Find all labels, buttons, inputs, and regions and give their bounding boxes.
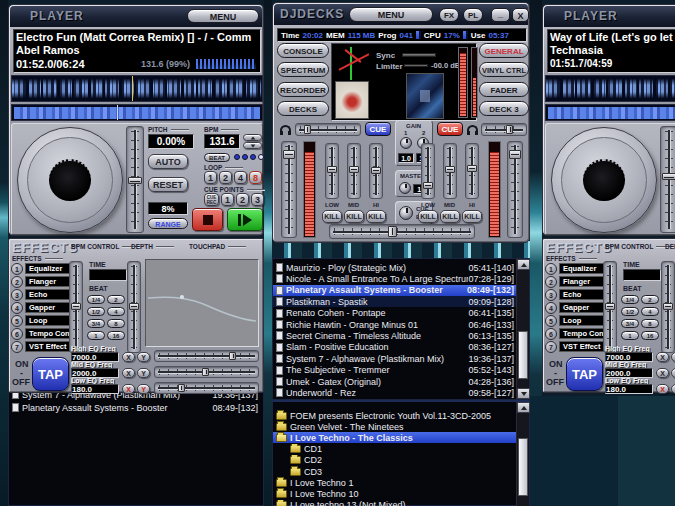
- crossfader[interactable]: [329, 224, 475, 239]
- headphone-mix-slider-left[interactable]: [295, 123, 361, 136]
- effect-6-button[interactable]: 6: [545, 328, 557, 340]
- playlist-row[interactable]: Richie Hawtin - Orange Minus 0106:46-[13…: [273, 319, 517, 330]
- general-button[interactable]: GENERAL: [479, 43, 529, 58]
- scroll-up-button[interactable]: [517, 402, 530, 413]
- browser-row[interactable]: CD1: [273, 444, 517, 455]
- console-button[interactable]: CONSOLE: [277, 43, 329, 58]
- player-right-titlebar[interactable]: PLAYER: [544, 6, 675, 27]
- close-button[interactable]: X: [512, 8, 529, 22]
- beat-button[interactable]: BEAT: [204, 153, 230, 162]
- beat-3-4-button[interactable]: 3/4: [621, 319, 639, 328]
- browser-scrollbar[interactable]: [516, 402, 529, 506]
- effect-6-button[interactable]: 6: [11, 328, 23, 340]
- bpm-down-button[interactable]: [243, 142, 262, 149]
- scrollbar-thumb[interactable]: [518, 331, 528, 379]
- cue-balance-knob[interactable]: [399, 206, 413, 220]
- beat-1-2-button[interactable]: 1/2: [87, 307, 105, 316]
- beat-1-4-button[interactable]: 1/4: [87, 295, 105, 304]
- menu-button[interactable]: MENU: [349, 7, 433, 22]
- effect-7-button[interactable]: 7: [545, 341, 557, 353]
- bpm-control-slider[interactable]: [603, 261, 617, 353]
- mid-eq-slider-deck2[interactable]: [443, 143, 457, 199]
- browser-row[interactable]: FOEM presents Electronic Youth Vol.11-3C…: [273, 410, 517, 421]
- beat-2-button[interactable]: 2: [107, 295, 125, 304]
- waveform-overview[interactable]: [545, 104, 675, 121]
- high-eq-y-button[interactable]: Y: [137, 352, 150, 362]
- high-eq-x-button[interactable]: X: [122, 352, 135, 362]
- beat-1-button[interactable]: 1: [621, 331, 639, 340]
- effect-4-button[interactable]: 4: [11, 302, 23, 314]
- low-kill-button-deck2[interactable]: KILL: [418, 210, 438, 223]
- playlist-row[interactable]: Renato Cohen - Pontape06:41-[135]: [273, 308, 517, 319]
- effect-2-button[interactable]: 2: [545, 276, 557, 288]
- hi-kill-button-deck1[interactable]: KILL: [366, 210, 386, 223]
- auto-bpm-button[interactable]: AUTO: [148, 154, 188, 169]
- effect-2-name[interactable]: Flanger: [25, 276, 75, 287]
- effect-5-button[interactable]: 5: [11, 315, 23, 327]
- headphone-mix-slider-right[interactable]: [481, 123, 527, 136]
- effect-3-name[interactable]: Echo: [559, 289, 609, 300]
- browser-row[interactable]: I Love Techno 10: [273, 488, 517, 499]
- low-eq-x-button[interactable]: X: [656, 384, 669, 394]
- cue-2-button[interactable]: 2: [236, 193, 249, 206]
- effect-4-name[interactable]: Gapper: [559, 302, 609, 313]
- high-eq-x-button[interactable]: X: [656, 352, 669, 362]
- mid-eq-x-button[interactable]: X: [656, 368, 669, 378]
- hi-eq-slider-deck1[interactable]: [369, 143, 383, 199]
- effect-7-name[interactable]: VST Effect: [25, 341, 75, 352]
- queue-row[interactable]: Planetary Assault Systems - Booster 08:4…: [9, 402, 261, 413]
- effect-2-button[interactable]: 2: [11, 276, 23, 288]
- beat-1-2-button[interactable]: 1/2: [621, 307, 639, 316]
- low-eq-x-button[interactable]: X: [122, 384, 135, 394]
- cue-button-deck1[interactable]: CUE: [365, 122, 391, 136]
- browser-row[interactable]: I Love techno 13 (Not Mixed): [273, 500, 517, 506]
- mid-kill-button-deck1[interactable]: KILL: [344, 210, 364, 223]
- range-button[interactable]: RANGE: [148, 218, 188, 229]
- beat-4-button[interactable]: 4: [641, 307, 659, 316]
- playlist-row[interactable]: Plastikman - Spastik09:09-[128]: [273, 296, 517, 307]
- beat-16-button[interactable]: 16: [107, 331, 125, 340]
- fx-button[interactable]: FX: [439, 8, 459, 22]
- tap-button[interactable]: TAP: [566, 357, 603, 391]
- reset-pitch-button[interactable]: RESET: [148, 177, 188, 192]
- effect-5-name[interactable]: Loop: [559, 315, 609, 326]
- browser-row[interactable]: CD3: [273, 466, 517, 477]
- effect-7-name[interactable]: VST Effect: [559, 341, 609, 352]
- effect-4-name[interactable]: Gapper: [25, 302, 75, 313]
- playlist-row[interactable]: Underworld - Rez09:58-[127]: [273, 387, 517, 398]
- scroll-up-button[interactable]: [517, 259, 530, 270]
- effect-6-name[interactable]: Tempo Contr: [559, 328, 609, 339]
- playlist-row[interactable]: Secret Cinema - Timeless Altitude06:13-[…: [273, 330, 517, 341]
- low-eq-slider-deck2[interactable]: [421, 143, 435, 199]
- limiter-slider[interactable]: [404, 64, 428, 67]
- beat-3-4-button[interactable]: 3/4: [87, 319, 105, 328]
- loop-1-button[interactable]: 1: [204, 171, 217, 184]
- effect-1-button[interactable]: 1: [545, 263, 557, 275]
- low-kill-button-deck1[interactable]: KILL: [322, 210, 342, 223]
- sync-slider[interactable]: [402, 53, 436, 57]
- effect-6-name[interactable]: Tempo Contr: [25, 328, 75, 339]
- playlist-row[interactable]: Maurizio - Ploy (Strategic Mix)05:41-[14…: [273, 262, 517, 273]
- pitch-slider[interactable]: [660, 126, 675, 233]
- playlist-row[interactable]: System 7 - Alphawave (Plastikman Mix)19:…: [273, 353, 517, 364]
- cue-rec-button[interactable]: CUEREC: [204, 193, 219, 206]
- low-eq-slider-deck1[interactable]: [325, 143, 339, 199]
- channel-fader-deck1[interactable]: [281, 141, 297, 238]
- pitch-slider[interactable]: [126, 126, 144, 233]
- playlist-row[interactable]: The Subjective - Tremmer05:52-[143]: [273, 365, 517, 376]
- depth-slider[interactable]: [127, 261, 141, 353]
- high-eq-y-button[interactable]: Y: [671, 352, 675, 362]
- loop-8-button[interactable]: 8: [249, 171, 262, 184]
- vinyl-ctrl-button[interactable]: VINYL CTRL: [479, 62, 529, 77]
- master-knob[interactable]: [399, 182, 411, 194]
- effect-1-button[interactable]: 1: [11, 263, 23, 275]
- low-eq-slider[interactable]: [154, 382, 259, 394]
- waveform-zoomed[interactable]: [11, 75, 263, 102]
- loop-4-button[interactable]: 4: [234, 171, 247, 184]
- fader-button[interactable]: FADER: [479, 82, 529, 97]
- beat-1-4-button[interactable]: 1/4: [621, 295, 639, 304]
- menu-button[interactable]: MENU: [187, 9, 259, 23]
- decks-button[interactable]: DECKS: [277, 101, 329, 116]
- bpm-up-button[interactable]: [243, 134, 262, 141]
- playlist-row[interactable]: Umek - Gatex (Original)04:28-[136]: [273, 376, 517, 387]
